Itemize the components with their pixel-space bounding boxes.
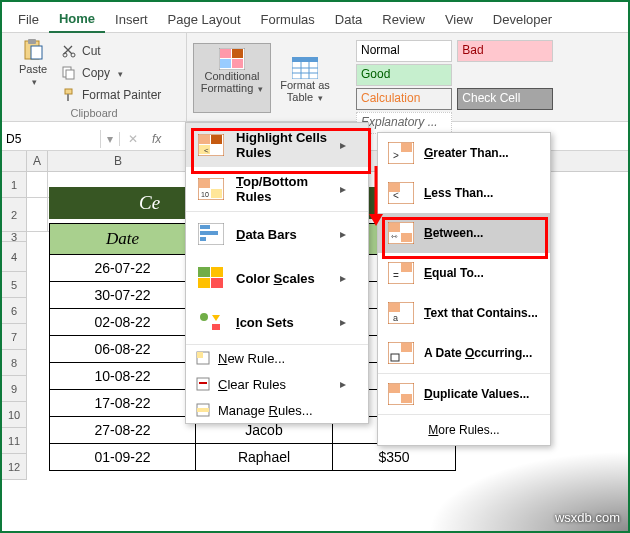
svg-text:<: < [204, 146, 209, 155]
arrow-right-icon: ▸ [340, 271, 346, 285]
icon-sets-icon [198, 311, 224, 333]
cell-style-bad[interactable]: Bad [457, 40, 553, 62]
cancel-formula-icon[interactable]: ✕ [120, 132, 146, 146]
row-header[interactable]: 9 [2, 376, 27, 402]
tab-view[interactable]: View [435, 6, 483, 32]
row-header[interactable]: 1 [2, 172, 27, 198]
tab-home[interactable]: Home [49, 5, 105, 33]
menu-data-bars[interactable]: Data Bars ▸ [186, 212, 368, 256]
top-bottom-icon: 10 [198, 178, 224, 200]
svg-rect-20 [199, 135, 210, 144]
menu-new-rule[interactable]: New Rule... [186, 345, 368, 371]
svg-text:>: > [393, 150, 399, 161]
tab-formulas[interactable]: Formulas [251, 6, 325, 32]
chevron-down-icon [30, 75, 37, 87]
greater-than-icon: > [388, 142, 414, 164]
cell-style-good[interactable]: Good [356, 64, 452, 86]
tab-page-layout[interactable]: Page Layout [158, 6, 251, 32]
menu-date-occurring[interactable]: A Date Occurring... [378, 333, 550, 373]
tab-developer[interactable]: Developer [483, 6, 562, 32]
cell-style-normal[interactable]: Normal [356, 40, 452, 62]
cell-style-check-cell[interactable]: Check Cell [457, 88, 553, 110]
svg-rect-7 [65, 89, 72, 94]
cut-button[interactable]: Cut [62, 41, 161, 61]
svg-text:=: = [393, 270, 399, 281]
conditional-formatting-icon [219, 48, 245, 70]
ribbon: Paste Cut Copy Format Painter [2, 33, 628, 122]
svg-rect-2 [31, 46, 42, 59]
copy-icon [62, 66, 76, 80]
svg-text:⇿: ⇿ [391, 232, 398, 241]
svg-rect-44 [401, 143, 412, 152]
menu-text-contains[interactable]: a Text that Contains... [378, 293, 550, 333]
paste-button[interactable]: Paste [8, 37, 58, 87]
tab-file[interactable]: File [8, 6, 49, 32]
svg-rect-64 [401, 394, 412, 403]
svg-rect-37 [212, 324, 220, 330]
menu-icon-sets[interactable]: Icon Sets ▸ [186, 300, 368, 344]
row-header[interactable]: 7 [2, 324, 27, 350]
highlight-cells-icon: < [198, 134, 224, 156]
menu-clear-rules[interactable]: Clear Rules ▸ [186, 371, 368, 397]
conditional-formatting-button[interactable]: Conditional Formatting [193, 43, 271, 113]
col-header-a[interactable]: A [27, 151, 48, 171]
menu-color-scales[interactable]: Color Scales ▸ [186, 256, 368, 300]
tab-insert[interactable]: Insert [105, 6, 158, 32]
menu-between[interactable]: ⇿ Between... [378, 213, 550, 253]
svg-rect-39 [197, 352, 203, 358]
menu-less-than[interactable]: < Less Than... [378, 173, 550, 213]
menu-more-rules[interactable]: More Rules... [378, 415, 550, 445]
arrow-right-icon: ▸ [340, 315, 346, 329]
chevron-down-icon [256, 82, 263, 94]
svg-rect-32 [198, 267, 210, 277]
svg-rect-31 [200, 237, 206, 241]
menu-top-bottom-rules[interactable]: 10 Top/Bottom Rules ▸ [186, 167, 368, 211]
table-row[interactable]: 01-09-22Raphael$350 [50, 444, 456, 471]
format-as-table-icon [292, 57, 318, 79]
format-painter-button[interactable]: Format Painter [62, 85, 161, 105]
col-header-b[interactable]: B [48, 151, 189, 171]
fx-icon[interactable]: fx [146, 132, 167, 146]
svg-rect-9 [220, 49, 231, 58]
format-as-table-button[interactable]: Format as Table [275, 53, 335, 103]
chevron-down-icon [116, 66, 123, 80]
svg-rect-50 [389, 223, 400, 232]
svg-rect-63 [389, 384, 400, 393]
name-box[interactable]: D5 [2, 130, 101, 148]
row-header[interactable]: 10 [2, 402, 27, 428]
row-header[interactable]: 12 [2, 454, 27, 480]
menu-duplicate-values[interactable]: Duplicate Values... [378, 374, 550, 414]
date-occurring-icon [388, 342, 414, 364]
cell-style-explanatory[interactable]: Explanatory ... [356, 112, 452, 134]
menu-highlight-cells-rules[interactable]: < Highlight Cells Rules ▸ [186, 123, 368, 167]
copy-button[interactable]: Copy [62, 63, 161, 83]
highlight-cells-submenu: > Greater Than... < Less Than... ⇿ Betwe… [377, 132, 551, 446]
less-than-icon: < [388, 182, 414, 204]
between-icon: ⇿ [388, 222, 414, 244]
svg-rect-35 [211, 278, 223, 288]
row-header[interactable]: 2 [2, 198, 27, 232]
clipboard-group-label: Clipboard [8, 107, 180, 119]
row-header[interactable]: 8 [2, 350, 27, 376]
menu-equal-to[interactable]: = Equal To... [378, 253, 550, 293]
row-header[interactable]: 11 [2, 428, 27, 454]
brush-icon [62, 88, 76, 102]
tab-data[interactable]: Data [325, 6, 372, 32]
svg-rect-26 [211, 189, 222, 198]
menu-greater-than[interactable]: > Greater Than... [378, 133, 550, 173]
equal-to-icon: = [388, 262, 414, 284]
row-header[interactable]: 4 [2, 242, 27, 272]
cell-style-calculation[interactable]: Calculation [356, 88, 452, 110]
tab-review[interactable]: Review [372, 6, 435, 32]
select-all-corner[interactable] [2, 151, 27, 171]
row-header[interactable]: 6 [2, 298, 27, 324]
svg-rect-25 [199, 179, 210, 188]
row-header[interactable]: 5 [2, 272, 27, 298]
table-header-date[interactable]: Date [50, 224, 196, 255]
namebox-dropdown-icon[interactable]: ▾ [101, 132, 120, 146]
menu-manage-rules[interactable]: Manage Rules... [186, 397, 368, 423]
arrow-right-icon: ▸ [340, 182, 346, 196]
arrow-right-icon: ▸ [340, 227, 346, 241]
row-header[interactable]: 3 [2, 232, 27, 242]
svg-rect-21 [211, 135, 222, 144]
